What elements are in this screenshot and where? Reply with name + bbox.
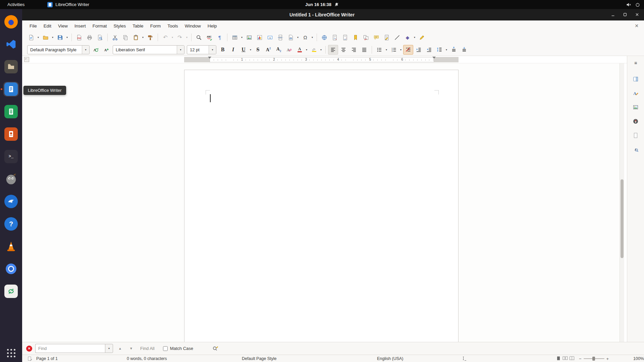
paragraph-style-dropdown[interactable] [82,46,89,54]
dock-libreoffice-calc[interactable] [3,104,19,119]
close-find-bar-button[interactable]: ✕ [26,346,32,352]
menu-edit[interactable]: Edit [40,22,55,30]
menu-view[interactable]: View [55,22,71,30]
insert-special-character-dropdown[interactable] [310,33,314,42]
sidebar-page-button[interactable] [631,130,641,140]
dock-gimp[interactable] [3,172,19,186]
dock-libreoffice-writer[interactable] [3,82,19,97]
word-count[interactable]: 0 words, 0 characters [127,355,167,362]
document-canvas[interactable] [22,63,620,342]
paste-button[interactable] [131,33,141,42]
page-count[interactable]: Page 1 of 1 [36,355,58,362]
insertion-mode-indicator[interactable] [462,355,467,362]
subscript-button[interactable]: A2 [274,45,284,55]
insert-table-dropdown[interactable] [240,33,244,42]
save-button[interactable] [55,33,65,42]
dock-help[interactable]: ? [3,217,19,231]
find-next-button[interactable]: ▼ [127,344,135,353]
undo-dropdown[interactable] [170,33,174,42]
strikethrough-button[interactable]: S [253,45,263,55]
dock-software-center[interactable] [3,284,19,299]
insert-comment-button[interactable] [371,33,381,42]
underline-button[interactable]: U [238,45,249,55]
copy-button[interactable] [120,33,130,42]
sidebar-styles-button[interactable]: A [631,88,641,98]
insert-chart-button[interactable] [255,33,265,42]
save-dropdown[interactable] [65,33,69,42]
font-color-button[interactable]: A [294,45,305,55]
zoom-level[interactable]: 100% [633,355,644,362]
dock-terminal[interactable]: >_ [3,149,19,164]
cut-button[interactable] [110,33,120,42]
decrease-indent-button[interactable] [424,45,434,55]
close-button[interactable] [633,11,641,18]
dock-chromium[interactable] [3,261,19,276]
clock-button[interactable]: Jun 16 16:38 [305,2,339,7]
minimize-button[interactable] [609,11,616,18]
insert-hyperlink-button[interactable] [319,33,329,42]
clear-formatting-button[interactable]: A [284,45,294,55]
paste-dropdown[interactable] [141,33,145,42]
show-draw-functions-button[interactable] [417,33,427,42]
insert-image-button[interactable] [244,33,254,42]
insert-cross-reference-button[interactable] [361,33,371,42]
unordered-list-dropdown[interactable] [384,45,388,55]
menu-file[interactable]: File [26,22,40,30]
menu-insert[interactable]: Insert [71,22,89,30]
find-input[interactable] [35,344,105,353]
insert-endnote-button[interactable]: i [340,33,350,42]
underline-dropdown[interactable] [249,45,253,55]
focused-app-indicator[interactable]: LibreOffice Writer [47,2,89,7]
book-view-button[interactable] [569,356,575,362]
menu-styles[interactable]: Styles [110,22,129,30]
window-title-bar[interactable]: Untitled 1 - LibreOffice Writer [0,9,644,20]
maximize-button[interactable] [621,11,629,18]
sidebar-properties-button[interactable] [631,74,641,84]
dock-firefox[interactable] [3,14,19,29]
menu-table[interactable]: Table [129,22,147,30]
update-style-button[interactable]: A [91,45,101,55]
unordered-list-button[interactable] [374,45,384,55]
indent-marker-right[interactable] [432,57,436,59]
menu-window[interactable]: Window [181,22,204,30]
save-status-icon[interactable] [28,355,32,362]
font-size-dropdown[interactable] [209,46,216,54]
multi-page-view-button[interactable] [562,356,568,362]
zoom-out-icon[interactable]: − [579,356,582,361]
align-left-button[interactable] [328,45,338,55]
close-document-button[interactable]: ✕ [635,23,639,28]
formatting-marks-button[interactable]: ¶ [215,33,225,42]
ordered-list-button[interactable]: 123 [389,45,399,55]
basic-shapes-button[interactable]: ◆ [402,33,413,42]
dock-vlc[interactable] [3,239,19,254]
insert-bookmark-button[interactable] [351,33,361,42]
justify-button[interactable] [359,45,369,55]
dock-thunderbird[interactable] [3,194,19,209]
ordered-list-dropdown[interactable] [399,45,403,55]
menu-form[interactable]: Form [147,22,164,30]
export-pdf-button[interactable]: PDF [74,33,84,42]
document-page[interactable] [184,70,459,343]
open-button[interactable] [41,33,51,42]
menu-format[interactable]: Format [89,22,110,30]
sidebar-settings-button[interactable]: ≡ [631,58,641,68]
indent-marker-left[interactable] [208,57,211,59]
tab-stop-selector[interactable]: ⌐ [24,57,29,62]
open-dropdown[interactable] [51,33,55,42]
insert-field-dropdown[interactable] [296,33,300,42]
print-button[interactable] [85,33,95,42]
show-applications-button[interactable] [7,349,15,357]
zoom-slider[interactable]: − + [579,355,609,362]
insert-field-button[interactable] [286,33,296,42]
zoom-in-icon[interactable]: + [606,356,609,361]
decrease-paragraph-spacing-button[interactable] [459,45,469,55]
find-input-dropdown[interactable] [105,344,113,353]
page-style[interactable]: Default Page Style [242,355,277,362]
menu-help[interactable]: Help [204,22,220,30]
new-document-button[interactable] [26,33,36,42]
highlight-color-dropdown[interactable] [319,45,323,55]
highlight-color-button[interactable] [309,45,319,55]
insert-table-button[interactable] [230,33,240,42]
activities-button[interactable]: Activities [5,1,26,8]
insert-text-box-button[interactable]: A [265,33,275,42]
